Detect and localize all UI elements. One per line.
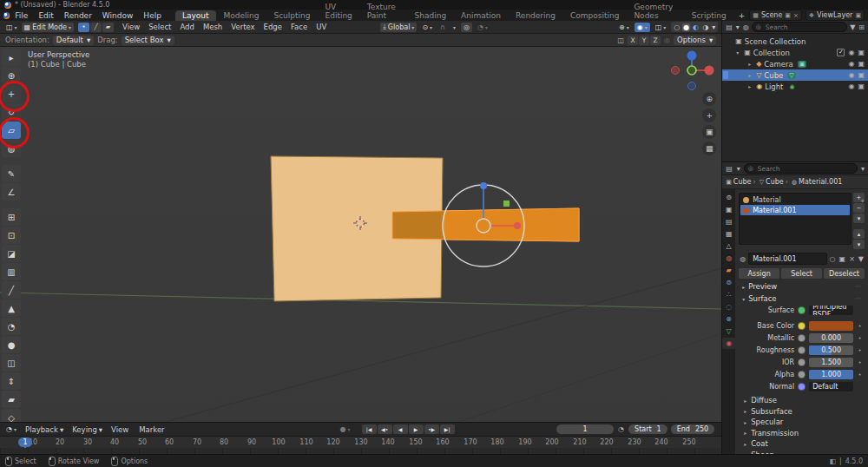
eye-icon[interactable]: ◉ bbox=[848, 49, 854, 56]
shading-solid-button[interactable]: ● bbox=[682, 23, 690, 31]
filter-objects-dropdown[interactable]: ◍ bbox=[742, 23, 750, 31]
tool-cursor[interactable]: ⊕ bbox=[2, 67, 21, 84]
outliner-row-scene-collection[interactable]: ▣ Scene Collection ✓ ◉ ▣ bbox=[722, 36, 868, 47]
outliner-row-cube[interactable]: ▸ ▽ Cube ▽ ✓ ◉ ▣ bbox=[722, 69, 868, 81]
tool-poly-build[interactable]: ▲ bbox=[2, 299, 21, 317]
tool-edge-slide[interactable]: ◫ bbox=[2, 354, 21, 372]
timeline-ruler[interactable]: 1020304050607080901001101201301401501601… bbox=[0, 437, 721, 448]
tool-transform[interactable]: ◍ bbox=[2, 140, 21, 157]
mirror-axis-x[interactable]: X bbox=[628, 36, 638, 45]
tab-scene[interactable]: △ bbox=[722, 240, 735, 252]
expander-icon[interactable]: ▸ bbox=[748, 83, 753, 89]
perspective-toggle-button[interactable]: ▦ bbox=[702, 141, 716, 155]
menu-select[interactable]: Select bbox=[144, 23, 175, 31]
tool-smooth[interactable]: ● bbox=[2, 336, 21, 353]
action-button-select[interactable]: Select bbox=[781, 268, 822, 279]
outliner-row-light[interactable]: ▸ ◉ Light ◉ ✓ ◉ ▣ bbox=[722, 81, 868, 92]
new-collection-button[interactable]: ⊞ bbox=[858, 23, 865, 31]
surface-panel-header[interactable]: ▾ Surface ⋯ bbox=[737, 294, 866, 303]
select-mode-edge[interactable]: ╱ bbox=[90, 23, 102, 32]
preview-panel-header[interactable]: ▸ Preview ⋯ bbox=[737, 282, 866, 291]
menu-keying[interactable]: Keying▾ bbox=[68, 425, 107, 434]
tab-material[interactable]: ◉ bbox=[722, 338, 735, 349]
tool-measure[interactable]: ∠ bbox=[2, 183, 21, 201]
transport-play-reverse[interactable]: ◀ bbox=[393, 424, 408, 434]
pin-icon[interactable]: ⌖ bbox=[860, 197, 865, 206]
outliner-search-input[interactable] bbox=[764, 23, 843, 32]
tool-extrude-region[interactable]: ⊞ bbox=[2, 208, 21, 226]
transport-jump-start[interactable]: |◀ bbox=[362, 424, 377, 434]
gizmo-z-handle[interactable] bbox=[480, 182, 487, 189]
menu-playback[interactable]: Playback▾ bbox=[21, 425, 68, 434]
menu-render[interactable]: Render bbox=[59, 11, 97, 20]
blender-menu-icon[interactable] bbox=[3, 12, 10, 19]
copy-icon[interactable]: ▣ bbox=[855, 12, 861, 19]
orientation-dropdown[interactable]: ⤓ Global ▾ bbox=[380, 23, 417, 32]
tool-annotate[interactable]: ✎ bbox=[2, 165, 21, 182]
normal-dropdown[interactable]: Default bbox=[809, 382, 853, 391]
tab-modifiers[interactable]: ⊚ bbox=[722, 277, 735, 288]
current-frame-field[interactable]: 1 bbox=[556, 424, 614, 434]
breadcrumb-item-mesh-cube[interactable]: › ▽ Cube bbox=[753, 178, 783, 186]
breadcrumb-item-material-001[interactable]: › ◍ Material.001 bbox=[786, 178, 843, 186]
tool-rotate[interactable]: ↻ bbox=[2, 103, 21, 121]
fake-user-button[interactable]: ○ bbox=[829, 255, 837, 263]
outliner-row-collection[interactable]: ▾ ▣ Collection ✓ ◉ ▣ bbox=[722, 47, 868, 58]
material-slot-material-001[interactable]: Material.001 bbox=[740, 205, 850, 215]
tab-particles[interactable]: ∴ bbox=[722, 289, 735, 300]
shading-wireframe-button[interactable]: ○ bbox=[673, 23, 681, 31]
transport-jump-end[interactable]: ▶| bbox=[440, 424, 455, 434]
funnel-icon[interactable]: ▼ bbox=[858, 255, 865, 263]
tab-view-layer[interactable]: ▦ bbox=[722, 228, 735, 240]
panel-header-subsurface[interactable]: ▸ Subsurface bbox=[737, 406, 866, 418]
expander-icon[interactable]: ▸ bbox=[748, 61, 753, 67]
nav-axis-z[interactable] bbox=[687, 51, 697, 61]
camera-toggle-icon[interactable]: ▣ bbox=[858, 71, 865, 79]
mirror-axis-z[interactable]: Z bbox=[650, 36, 661, 45]
slot-specials-button[interactable]: ▾ bbox=[853, 214, 865, 223]
expander-icon[interactable]: ▾ bbox=[736, 49, 741, 56]
menu-file[interactable]: File bbox=[10, 11, 33, 20]
menu-marker[interactable]: Marker bbox=[135, 425, 170, 434]
tab-shading[interactable]: Shading bbox=[408, 10, 454, 21]
material-name-field[interactable]: Material.001 bbox=[748, 253, 826, 265]
menu-mesh[interactable]: Mesh bbox=[199, 23, 227, 31]
orientation-default-dropdown[interactable]: Default ▾ bbox=[53, 36, 94, 45]
shading-material-button[interactable]: ◐ bbox=[692, 23, 700, 31]
show-overlays-dropdown[interactable]: ◉ ▾ bbox=[635, 23, 650, 32]
menu-view[interactable]: View bbox=[118, 23, 144, 31]
transport-prev-keyframe[interactable]: ◀• bbox=[378, 424, 392, 434]
panel-header-diffuse[interactable]: ▸ Diffuse bbox=[737, 395, 866, 406]
show-gizmos-dropdown[interactable]: ⊕ ▾ bbox=[616, 23, 632, 32]
gizmo-y-handle[interactable] bbox=[503, 201, 510, 207]
action-button-assign[interactable]: Assign bbox=[739, 268, 779, 279]
menu-vertex[interactable]: Vertex bbox=[227, 23, 259, 31]
frame-end-field[interactable]: End 250 bbox=[671, 424, 714, 434]
editor-type-button[interactable]: ◫ ▾ bbox=[3, 23, 20, 32]
gizmo-x-handle[interactable] bbox=[514, 222, 521, 229]
transport-play[interactable]: ▶ bbox=[409, 424, 424, 434]
properties-search-input[interactable] bbox=[756, 164, 853, 174]
roughness-slider[interactable]: 0.500 bbox=[809, 345, 853, 355]
base-color-swatch[interactable] bbox=[809, 321, 853, 331]
shader-dropdown[interactable]: Principled BSDF bbox=[809, 306, 853, 315]
system-icon[interactable]: ◧ bbox=[829, 457, 836, 465]
panel-header-specular[interactable]: ▸ Specular bbox=[737, 417, 866, 428]
tool-shrink-fatten[interactable]: ⇕ bbox=[2, 372, 21, 390]
snap-settings-dropdown[interactable]: ▾ bbox=[450, 23, 458, 32]
copy-icon[interactable]: ▣ bbox=[785, 12, 791, 19]
navigation-gizmo[interactable] bbox=[672, 51, 714, 90]
tab-add-workspace[interactable]: + bbox=[734, 10, 750, 21]
tab-object[interactable]: ▰ bbox=[722, 265, 735, 276]
eye-icon[interactable]: ◉ bbox=[848, 71, 854, 79]
animate-dot-icon[interactable]: • bbox=[857, 359, 863, 366]
new-material-button[interactable]: ▣ bbox=[838, 255, 847, 263]
action-button-deselect[interactable]: Deselect bbox=[824, 268, 865, 279]
tool-loop-cut[interactable]: ▥ bbox=[2, 263, 21, 280]
camera-toggle-icon[interactable]: ▣ bbox=[858, 49, 865, 56]
mirror-axis-y[interactable]: Y bbox=[639, 36, 649, 45]
snap-toggle[interactable]: ∩ bbox=[437, 23, 448, 32]
tool-shear[interactable]: ▰ bbox=[2, 391, 21, 408]
properties-search[interactable]: ◎ bbox=[744, 163, 858, 174]
menu-view[interactable]: View bbox=[107, 425, 135, 434]
